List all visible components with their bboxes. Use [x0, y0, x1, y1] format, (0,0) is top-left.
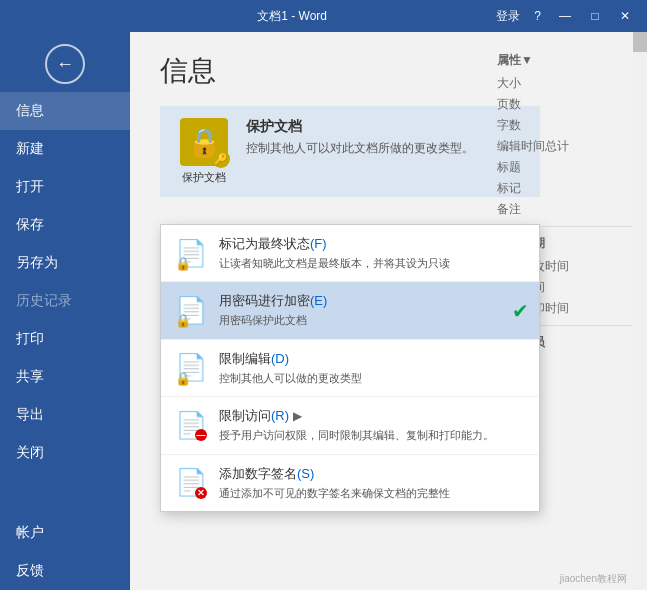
restrict-access-desc: 授予用户访问权限，同时限制其编辑、复制和打印能力。: [219, 428, 527, 443]
sidebar-item-saveas[interactable]: 另存为: [0, 244, 130, 282]
mark-final-icon: 📄 🔒: [173, 235, 209, 271]
prop-size: 大小: [497, 75, 647, 92]
scrollbar-thumb[interactable]: [633, 32, 647, 52]
prop-edit-time: 编辑时间总计: [497, 138, 647, 155]
sidebar-item-share[interactable]: 共享: [0, 358, 130, 396]
titlebar-title: 文档1 - Word: [88, 8, 496, 25]
mark-final-desc: 让读者知晓此文档是最终版本，并将其设为只读: [219, 256, 527, 271]
restrict-edit-icon: 📄 🔒: [173, 350, 209, 386]
sidebar-item-account[interactable]: 帐户: [0, 514, 130, 552]
mark-final-content: 标记为最终状态(F) 让读者知晓此文档是最终版本，并将其设为只读: [219, 235, 527, 271]
window-controls: — □ ✕: [551, 4, 639, 28]
minimize-button[interactable]: —: [551, 4, 579, 28]
digital-signature-desc: 通过添加不可见的数字签名来确保文档的完整性: [219, 486, 527, 501]
sidebar-item-new[interactable]: 新建: [0, 130, 130, 168]
help-button[interactable]: ?: [534, 9, 541, 23]
red-x-icon: ✕: [195, 487, 207, 499]
protect-icon-label: 保护文档: [182, 170, 226, 185]
menu-item-mark-final[interactable]: 📄 🔒 标记为最终状态(F) 让读者知晓此文档是最终版本，并将其设为只读: [161, 225, 539, 282]
restrict-access-content: 限制访问(R) ▶ 授予用户访问权限，同时限制其编辑、复制和打印能力。: [219, 407, 527, 443]
properties-title[interactable]: 属性▼: [497, 52, 647, 69]
app-body: ← 信息 新建 打开 保存 另存为 历史记录 打印 共享 导出 关闭: [0, 32, 647, 590]
sidebar: ← 信息 新建 打开 保存 另存为 历史记录 打印 共享 导出 关闭: [0, 32, 130, 590]
encrypt-icon: 📄 🔒: [173, 292, 209, 328]
sidebar-item-close[interactable]: 关闭: [0, 434, 130, 472]
menu-item-digital-signature[interactable]: 📄 ✕ 添加数字签名(S) 通过添加不可见的数字签名来确保文档的完整性: [161, 455, 539, 511]
sidebar-item-feedback[interactable]: 反馈: [0, 552, 130, 590]
back-icon: ←: [56, 54, 74, 75]
check-icon: ✔: [512, 299, 529, 323]
menu-item-restrict-access[interactable]: 📄 — 限制访问(R) ▶ 授予用户访问权限，同时限制其编辑、复制和打印能力。: [161, 397, 539, 454]
scrollbar[interactable]: [633, 32, 647, 590]
protect-card-desc: 控制其他人可以对此文档所做的更改类型。: [246, 140, 474, 157]
login-button[interactable]: 登录: [496, 8, 520, 25]
menu-item-encrypt[interactable]: 📄 🔒 用密码进行加密(E) 用密码保护此文档 ✔: [161, 282, 539, 339]
protect-card-title: 保护文档: [246, 118, 474, 136]
restrict-access-icon: 📄 —: [173, 407, 209, 443]
sidebar-item-info[interactable]: 信息: [0, 92, 130, 130]
restrict-edit-content: 限制编辑(D) 控制其他人可以做的更改类型: [219, 350, 527, 386]
sidebar-item-export[interactable]: 导出: [0, 396, 130, 434]
back-button[interactable]: ←: [45, 44, 85, 84]
prop-words: 字数: [497, 117, 647, 134]
sidebar-item-save[interactable]: 保存: [0, 206, 130, 244]
mark-final-title: 标记为最终状态(F): [219, 235, 527, 253]
lock-badge-icon: 🔑: [212, 150, 230, 168]
restrict-access-title: 限制访问(R) ▶: [219, 407, 527, 425]
sidebar-item-print[interactable]: 打印: [0, 320, 130, 358]
protect-dropdown-menu: 📄 🔒 标记为最终状态(F) 让读者知晓此文档是最终版本，并将其设为只读 📄: [160, 224, 540, 512]
digital-signature-title: 添加数字签名(S): [219, 465, 527, 483]
encrypt-content: 用密码进行加密(E) 用密码保护此文档: [219, 292, 527, 328]
prop-note: 备注: [497, 201, 647, 218]
prop-pages: 页数: [497, 96, 647, 113]
content-area: 信息 🔒 🔑 保护文档 保护文档 控制其他人可以对此文档所做的更改类型。: [130, 32, 647, 590]
encrypt-title: 用密码进行加密(E): [219, 292, 527, 310]
watermark: jiaochen教程网: [560, 572, 627, 586]
digital-signature-content: 添加数字签名(S) 通过添加不可见的数字签名来确保文档的完整性: [219, 465, 527, 501]
menu-item-restrict-edit[interactable]: 📄 🔒 限制编辑(D) 控制其他人可以做的更改类型: [161, 340, 539, 397]
protect-icon-wrap: 🔒 🔑 保护文档: [174, 118, 234, 185]
maximize-button[interactable]: □: [581, 4, 609, 28]
sidebar-item-open[interactable]: 打开: [0, 168, 130, 206]
prop-tag: 标记: [497, 180, 647, 197]
close-button[interactable]: ✕: [611, 4, 639, 28]
sidebar-item-history[interactable]: 历史记录: [0, 282, 130, 320]
digital-signature-icon: 📄 ✕: [173, 465, 209, 501]
restrict-edit-title: 限制编辑(D): [219, 350, 527, 368]
prop-title: 标题: [497, 159, 647, 176]
red-circle-icon: —: [195, 429, 207, 441]
restrict-edit-desc: 控制其他人可以做的更改类型: [219, 371, 527, 386]
protect-card-text: 保护文档 控制其他人可以对此文档所做的更改类型。: [246, 118, 474, 157]
encrypt-desc: 用密码保护此文档: [219, 313, 527, 328]
protect-card[interactable]: 🔒 🔑 保护文档 保护文档 控制其他人可以对此文档所做的更改类型。: [160, 106, 540, 197]
protect-icon: 🔒 🔑: [180, 118, 228, 166]
titlebar: 文档1 - Word 登录 ? — □ ✕: [0, 0, 647, 32]
